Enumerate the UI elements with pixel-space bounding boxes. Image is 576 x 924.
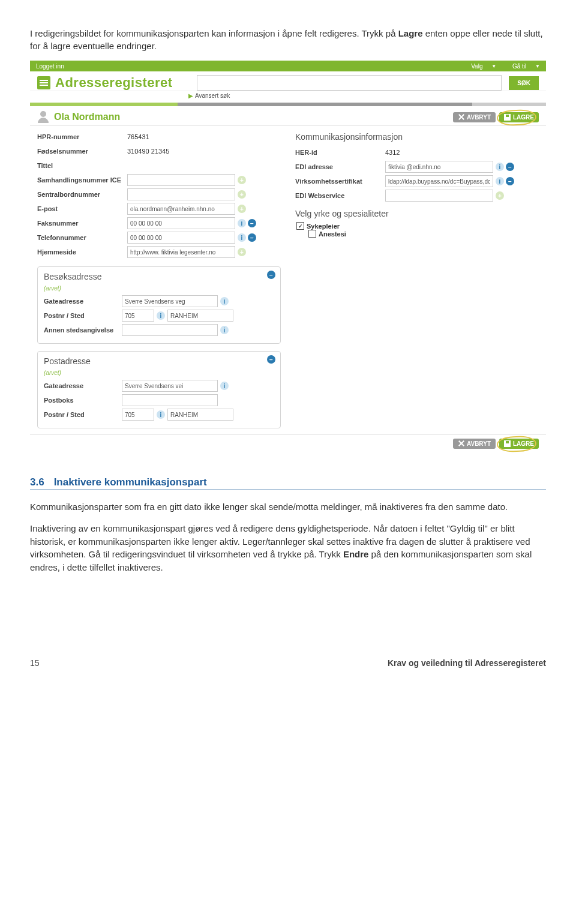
save-button[interactable]: LAGRE [499,439,539,449]
info-icon[interactable]: i [220,326,229,334]
input-annen[interactable] [122,324,218,336]
label-sentral: Sentralbordnummer [37,191,127,198]
divider-stripe [30,103,546,106]
doc-title-footer: Krav og veiledning til Adresseregisteret [388,658,546,668]
intro-text-a: I redigeringsbildet for kommunikasjonspa… [30,28,398,38]
chevron-down-icon: ▼ [491,64,496,69]
section-kommunikasjon: Kommunikasjonsinformasjon [295,132,539,142]
bold-endre: Endre [343,549,369,559]
top-bar: Logget inn Valg ▼ Gå til ▼ [30,61,546,71]
input-gate-p[interactable] [122,380,218,392]
intro-bold: Lagre [398,28,423,38]
panel-title-post: Postadresse [44,356,274,366]
label-hjemme: Hjemmeside [37,248,127,256]
input-ediw[interactable] [385,190,493,202]
add-icon[interactable]: + [238,205,246,213]
left-column: HPR-nummer765431 Fødselsnummer310490 213… [37,130,281,428]
screenshot: Logget inn Valg ▼ Gå til ▼ Adresseregist… [30,61,546,452]
remove-icon[interactable]: − [267,355,275,364]
input-hjemme[interactable] [127,246,235,258]
input-virk[interactable] [385,175,493,187]
input-sted-p[interactable] [167,409,233,421]
add-icon[interactable]: + [238,248,246,256]
search-input[interactable] [197,75,502,91]
label-gate-b: Gateadresse [44,298,122,305]
value-hpr: 765431 [127,133,281,140]
label-fnr: Fødselsnummer [37,148,127,155]
menu-gaa-til[interactable]: Gå til ▼ [505,63,540,70]
info-icon[interactable]: i [238,219,246,227]
add-icon[interactable]: + [238,190,246,199]
label-post-p: Postnr / Sted [44,411,122,418]
arvet-label: (arvet) [44,370,274,376]
remove-icon[interactable]: − [506,163,514,171]
panel-title-besok: Besøksadresse [44,272,274,281]
label-virk: Virksomhetssertifikat [295,178,385,185]
label-faks: Faksnummer [37,220,127,227]
section-p2: Inaktivering av en kommunikasjonspart gj… [30,522,546,574]
login-status[interactable]: Logget inn [36,63,64,70]
section-p1: Kommunikasjonsparter som fra en gitt dat… [30,500,546,514]
label-post-b: Postnr / Sted [44,312,122,319]
panel-postadresse: Postadresse − (arvet) Gateadressei Postb… [37,351,281,428]
input-epost[interactable] [127,203,235,215]
checkbox-icon [308,230,316,238]
add-icon[interactable]: + [238,176,246,184]
input-sted-b[interactable] [167,310,233,322]
value-her: 4312 [385,149,539,156]
checkbox-icon: ✓ [296,222,304,230]
label-annen: Annen stedsangivelse [44,326,122,334]
page-footer: 15 Krav og veiledning til Adresseregiste… [30,658,546,668]
section-heading: 3.6Inaktivere kommunikasjonspart [30,476,546,490]
remove-icon[interactable]: − [267,271,275,279]
label-her: HER-id [295,149,385,156]
chevron-down-icon: ▼ [535,64,540,69]
info-icon[interactable]: i [220,382,229,390]
app-title: Adresseregisteret [55,75,173,91]
input-postnr-b[interactable] [122,310,154,322]
add-icon[interactable]: + [496,191,504,200]
input-postnr-p[interactable] [122,409,154,421]
input-faks[interactable] [127,217,235,229]
label-hpr: HPR-nummer [37,133,127,140]
cancel-button[interactable]: AVBRYT [453,112,496,122]
save-button[interactable]: LAGRE [499,112,539,122]
save-icon [504,114,511,121]
advanced-search-link[interactable]: ▶Avansert søk [188,91,546,103]
close-icon [458,114,464,121]
label-boks: Postboks [44,397,122,404]
remove-icon[interactable]: − [248,233,256,242]
label-gate-p: Gateadresse [44,382,122,389]
info-icon[interactable]: i [157,311,165,320]
input-edi[interactable] [385,161,493,173]
save-icon [504,440,511,447]
input-gate-b[interactable] [122,295,218,307]
input-tlf[interactable] [127,232,235,244]
checkbox-sykepleier[interactable]: ✓Sykepleier [296,222,539,230]
close-icon [458,440,464,447]
input-ice[interactable] [127,174,235,186]
app-logo-icon [37,76,50,89]
info-icon[interactable]: i [220,297,229,305]
menu-valg[interactable]: Valg ▼ [464,63,496,70]
remove-icon[interactable]: − [506,177,514,185]
cancel-button[interactable]: AVBRYT [453,439,496,449]
search-button[interactable]: SØK [509,76,539,90]
intro-paragraph: I redigeringsbildet for kommunikasjonspa… [30,27,546,52]
page-number: 15 [30,658,40,668]
info-icon[interactable]: i [496,163,504,171]
input-sentral[interactable] [127,188,235,200]
info-icon[interactable]: i [238,233,246,242]
remove-icon[interactable]: − [248,219,256,227]
value-fnr: 310490 21345 [127,148,281,155]
label-epost: E-post [37,205,127,212]
info-icon[interactable]: i [496,177,504,185]
input-boks[interactable] [122,394,218,406]
user-header: Ola Nordmann AVBRYT LAGRE [30,106,546,126]
label-ediw: EDI Webservice [295,192,385,199]
info-icon[interactable]: i [157,410,165,419]
header: Adresseregisteret SØK [30,71,546,91]
right-column: Kommunikasjonsinformasjon HER-id4312 EDI… [295,130,539,428]
user-name: Ola Nordmann [54,112,449,122]
checkbox-anestesi[interactable]: Anestesi [308,230,539,238]
